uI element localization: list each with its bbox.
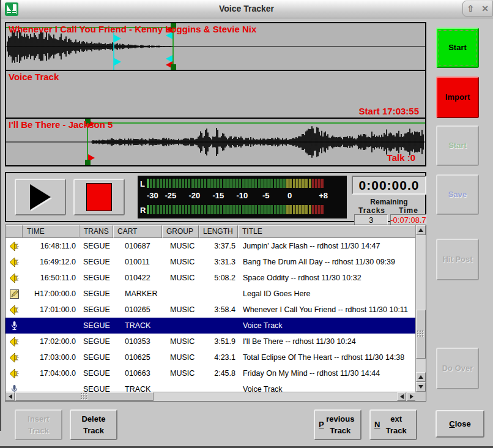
table-row[interactable]: 16:49:12.0SEGUE010011MUSIC3:31.3Bang The…	[6, 254, 416, 270]
cell-length: 3:37.5	[199, 242, 238, 250]
column-header-trans[interactable]: TRANS	[80, 225, 113, 238]
table-row[interactable]: SEGUETRACKVoice Track	[6, 318, 416, 334]
scroll-right-button[interactable]	[407, 392, 416, 401]
previous-track-title: Whenever I Call You Friend - Kenny Loggi…	[9, 24, 256, 34]
play-icon	[30, 184, 51, 210]
column-header-title[interactable]: TITLE	[238, 225, 416, 238]
cell-time: 16:50:11.0	[23, 274, 80, 282]
remaining-time-label: Time	[391, 206, 426, 215]
do-over-button[interactable]: Do Over	[436, 348, 479, 389]
horizontal-scrollbar[interactable]	[6, 392, 417, 401]
save-button[interactable]: Save	[436, 174, 479, 215]
scroll-left-button[interactable]	[6, 392, 15, 401]
cell-trans: SEGUE	[80, 274, 113, 282]
waveform-panel-next-track[interactable]: I'll Be There - Jackson 5 Talk :0	[5, 118, 426, 166]
stop-button[interactable]	[73, 179, 125, 215]
transport-panel: L -30-25-20-15-10-50+8 R 0:00:00.0 Remai…	[5, 172, 426, 222]
cell-trans: SEGUE	[80, 337, 113, 346]
cell-group: MUSIC	[162, 353, 199, 362]
cell-group: MUSIC	[162, 337, 199, 346]
scrollbar-corner	[415, 392, 426, 401]
cell-time: 17:04:00.0	[23, 369, 80, 378]
speaker-icon	[9, 257, 20, 267]
table-row[interactable]: 17:03:00.0SEGUE010625MUSIC4:23.1Total Ec…	[6, 349, 416, 365]
cell-title: Whenever I Call You Friend -- rdhost 11/…	[238, 305, 416, 314]
window-title: Voice Tracker	[0, 4, 493, 13]
scroll-up-button[interactable]	[416, 225, 426, 235]
vertical-scrollbar[interactable]	[415, 225, 426, 392]
cell-group: MUSIC	[162, 369, 199, 378]
import-button[interactable]: Import	[436, 77, 479, 118]
scroll-up-button-2[interactable]	[416, 372, 426, 382]
voice-track-title: Voice Track	[9, 72, 59, 82]
speaker-icon	[9, 353, 20, 363]
table-row[interactable]: 16:48:11.0SEGUE010687MUSIC3:37.5Jumpin' …	[6, 238, 416, 254]
titlebar: Voice Tracker ⇧ ✕	[0, 0, 493, 18]
voice-tracker-window: Voice Tracker ⇧ ✕ Whenever I Call You	[0, 0, 493, 448]
cell-time: 17:02:00.0	[23, 337, 80, 346]
meter-right-bar	[147, 205, 324, 214]
log-event-table: TIMETRANSCARTGROUPLENGTHTITLE 16:48:11.0…	[5, 225, 426, 401]
marker-icon	[9, 289, 20, 299]
cell-title: Space Oddity -- rdhost 11/30 10:32	[238, 274, 416, 282]
voice-track-start-time: Start 17:03:55	[359, 106, 419, 116]
start-recording-button[interactable]: Start	[436, 28, 479, 68]
cell-cart: 010687	[113, 242, 162, 250]
microphone-icon	[10, 384, 18, 393]
play-button[interactable]	[15, 179, 66, 215]
start-next-button[interactable]: Start	[436, 125, 479, 166]
meter-left-bar	[147, 179, 324, 188]
table-row[interactable]: 16:50:11.0SEGUE010422MUSIC5:08.2Space Od…	[6, 270, 416, 286]
cell-trans: SEGUE	[80, 242, 113, 250]
cell-trans: SEGUE	[80, 289, 113, 298]
cell-title: I'll Be There -- rdhost 11/30 10:24	[238, 337, 416, 346]
column-header-time[interactable]: TIME	[23, 225, 80, 238]
next-track-button[interactable]: Next Track	[369, 409, 417, 440]
column-header-icon[interactable]	[6, 225, 23, 238]
close-button[interactable]: Close	[436, 410, 484, 438]
cell-length: 4:23.1	[199, 353, 238, 362]
table-row[interactable]: SEGUETRACKVoice Track	[6, 381, 416, 392]
hit-post-button[interactable]: Hit Post	[436, 239, 479, 280]
column-header-cart[interactable]: CART	[113, 225, 162, 238]
remaining-label: Remaining	[352, 198, 426, 206]
cell-time: 16:49:12.0	[23, 258, 80, 266]
scroll-left-button-2[interactable]	[397, 392, 406, 401]
cell-cart: 010422	[113, 274, 162, 282]
meter-scale: -30-25-20-15-10-50+8	[147, 191, 328, 202]
insert-track-button[interactable]: Insert Track	[15, 409, 62, 440]
column-header-length[interactable]: LENGTH	[199, 225, 238, 238]
remaining-tracks-label: Tracks	[355, 206, 389, 215]
cell-title: Total Eclipse Of The Heart -- rdhost 11/…	[238, 353, 416, 362]
cell-cart: TRACK	[113, 321, 162, 330]
shade-icon[interactable]: ⇧	[467, 4, 474, 13]
cell-trans: SEGUE	[80, 258, 113, 266]
previous-track-button[interactable]: Previous Track	[314, 409, 361, 440]
table-header-row: TIMETRANSCARTGROUPLENGTHTITLE	[6, 225, 416, 238]
vertical-scroll-thumb[interactable]	[416, 310, 426, 359]
delete-track-button[interactable]: Delete Track	[70, 409, 117, 440]
waveform-stack: Whenever I Call You Friend - Kenny Loggi…	[5, 22, 426, 166]
table-row[interactable]: H17:00:00.0SEGUEMARKERLegal ID Goes Here	[6, 286, 416, 302]
horizontal-scroll-thumb[interactable]	[15, 392, 154, 401]
cell-group: MUSIC	[162, 242, 199, 250]
cell-title: Voice Track	[238, 321, 416, 330]
table-row[interactable]: 17:01:00.0SEGUE010265MUSIC3:58.4Whenever…	[6, 302, 416, 318]
cell-group: MUSIC	[162, 274, 199, 282]
table-row[interactable]: 17:02:00.0SEGUE010353MUSIC3:51.9I'll Be …	[6, 334, 416, 349]
cell-length: 5:08.2	[199, 274, 238, 282]
talk-time-label: Talk :0	[387, 152, 415, 163]
column-header-group[interactable]: GROUP	[162, 225, 199, 238]
waveform-panel-previous-track[interactable]: Whenever I Call You Friend - Kenny Loggi…	[5, 22, 426, 71]
cell-group: MUSIC	[162, 305, 199, 314]
cell-time: 17:01:00.0	[23, 305, 80, 314]
close-icon[interactable]: ✕	[481, 4, 489, 13]
table-row[interactable]: 17:04:00.0SEGUE010663MUSIC2:45.8Friday O…	[6, 365, 416, 381]
cell-cart: 010625	[113, 353, 162, 362]
microphone-icon	[10, 321, 18, 331]
speaker-icon	[9, 273, 20, 283]
waveform-panel-voice-track[interactable]: Voice Track Start 17:03:55	[5, 70, 426, 119]
cell-cart: 010353	[113, 337, 162, 346]
cell-trans: SEGUE	[80, 369, 113, 378]
scroll-down-button[interactable]	[416, 382, 426, 392]
